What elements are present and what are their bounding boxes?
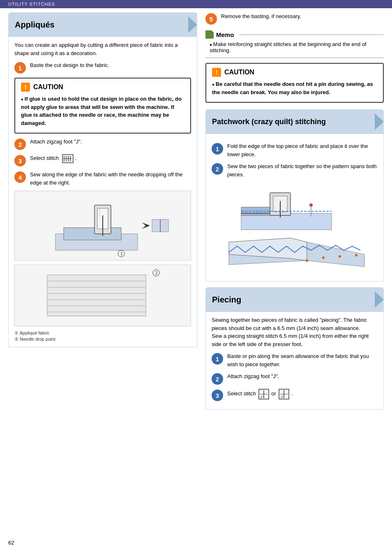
appliques-intro: You can create an appliqué by cutting a … bbox=[14, 41, 191, 57]
caution-box-1: ! CAUTION If glue is used to hold the cu… bbox=[14, 78, 191, 134]
svg-point-40 bbox=[322, 256, 325, 259]
top-bar: UTILITY STITCHES bbox=[0, 0, 392, 8]
piecing-step-1: 1 Baste or pin along the seam allowance … bbox=[212, 352, 378, 368]
caution-text-1: If glue is used to hold the cut design i… bbox=[21, 95, 184, 127]
step-2-text: Attach zigzag foot "J". bbox=[30, 138, 82, 146]
step-5: 5 Remove the basting, if necessary. bbox=[205, 12, 384, 25]
striped-fabric-illustration: 2 bbox=[14, 265, 191, 326]
svg-point-41 bbox=[339, 255, 341, 258]
step-3-text: Select stitch . bbox=[30, 154, 76, 163]
memo-box: Memo Make reinforcing straight stitches … bbox=[205, 30, 384, 58]
left-column: Appliqués You can create an appliqué by … bbox=[8, 12, 197, 416]
memo-item-0: Make reinforcing straight stitches at th… bbox=[210, 41, 384, 53]
patchwork-step-2-text: Sew the two pieces of fabric together so… bbox=[227, 162, 378, 178]
appliques-step-1: 1 Baste the cut design to the fabric. bbox=[14, 61, 191, 74]
patchwork-step-1-text: Fold the edge of the top piece of fabric… bbox=[227, 142, 378, 158]
captions: ① Appliqué fabric ② Needle drop point bbox=[14, 330, 191, 342]
caution-title-2: ! CAUTION bbox=[212, 68, 377, 77]
piecing-arrow bbox=[375, 291, 384, 308]
svg-rect-28 bbox=[241, 213, 332, 230]
patchwork-step-1: 1 Fold the edge of the top piece of fabr… bbox=[212, 142, 378, 158]
appliques-title: Appliqués bbox=[15, 20, 55, 30]
caution-box-2: ! CAUTION Be careful that the needle doe… bbox=[205, 63, 384, 103]
svg-text:2: 2 bbox=[155, 271, 158, 275]
piecing-step-2-text: Attach zigzag foot "J". bbox=[227, 372, 279, 381]
piecing-step-1-text: Baste or pin along the seam allowance of… bbox=[227, 352, 378, 368]
patchwork-step-1-circle: 1 bbox=[212, 143, 223, 155]
appliques-step-4: 4 Sew along the edge of the fabric with … bbox=[14, 171, 191, 187]
svg-rect-7 bbox=[64, 228, 121, 240]
caution-label-2: CAUTION bbox=[224, 69, 254, 76]
appliques-step-2: 2 Attach zigzag foot "J". bbox=[14, 138, 191, 150]
step-4-circle: 4 bbox=[14, 171, 26, 183]
striped-fabric-svg: 2 bbox=[31, 267, 175, 324]
caution-item-1-0: If glue is used to hold the cut design i… bbox=[21, 95, 184, 127]
piecing-body: Sewing together two pieces of fabric is … bbox=[205, 312, 384, 410]
page-number: 62 bbox=[8, 540, 14, 546]
memo-icon bbox=[205, 30, 214, 39]
step-1-text: Baste the cut design to the fabric. bbox=[30, 61, 109, 69]
patchwork-step-2: 2 Sew the two pieces of fabric together … bbox=[212, 162, 378, 178]
memo-text: Make reinforcing straight stitches at th… bbox=[205, 41, 384, 53]
memo-title: Memo bbox=[205, 30, 384, 39]
piecing-step-1-circle: 1 bbox=[212, 353, 223, 365]
section-arrow bbox=[188, 16, 197, 33]
caption-1: ① Appliqué fabric bbox=[14, 330, 191, 336]
appliques-step-3: 3 Select stitch . bbox=[14, 154, 191, 166]
svg-text:|P: |P bbox=[281, 396, 284, 399]
svg-point-42 bbox=[355, 254, 357, 256]
sewing-machine-illustration: 1 bbox=[14, 191, 191, 261]
step-5-text: Remove the basting, if necessary. bbox=[221, 12, 301, 21]
svg-point-39 bbox=[306, 259, 308, 262]
patchwork-step-2-circle: 2 bbox=[212, 163, 223, 175]
piecing-step-2: 2 Attach zigzag foot "J". bbox=[212, 372, 378, 385]
piecing-step-2-circle: 2 bbox=[212, 373, 223, 385]
stitch-icon-applique bbox=[62, 154, 74, 163]
svg-marker-12 bbox=[134, 222, 150, 229]
piecing-step-3-circle: 3 bbox=[212, 390, 223, 401]
caution-item-2-0: Be careful that the needle does not hit … bbox=[212, 80, 377, 96]
patchwork-arrow bbox=[375, 113, 384, 130]
caution-text-2: Be careful that the needle does not hit … bbox=[212, 80, 377, 96]
top-bar-label: UTILITY STITCHES bbox=[8, 2, 55, 7]
step-2-circle: 2 bbox=[14, 138, 26, 150]
piecing-stitch-icon-2: |P bbox=[279, 389, 289, 399]
step-3-circle: 3 bbox=[14, 155, 26, 166]
svg-text:1: 1 bbox=[120, 252, 123, 256]
piecing-header: Piecing bbox=[205, 287, 384, 312]
page: { "topBar": { "label": "UTILITY STITCHES… bbox=[0, 0, 392, 554]
piecing-title: Piecing bbox=[212, 295, 241, 305]
patchwork-header: Patchwork (crazy quilt) stitching bbox=[205, 109, 384, 134]
patchwork-body: 1 Fold the edge of the top piece of fabr… bbox=[205, 134, 384, 282]
piecing-stitch-icon-1: |P bbox=[258, 389, 269, 399]
step-1-circle: 1 bbox=[14, 62, 26, 74]
piecing-step-3-text: Select stitch |P or bbox=[227, 389, 293, 399]
piecing-step-3: 3 Select stitch |P or bbox=[212, 389, 378, 401]
appliques-header: Appliqués bbox=[8, 12, 197, 37]
patchwork-title: Patchwork (crazy quilt) stitching bbox=[212, 118, 326, 126]
step-4-text: Sew along the edge of the fabric with th… bbox=[30, 171, 191, 187]
applique-sewing-svg: 1 bbox=[31, 193, 175, 259]
step-5-circle: 5 bbox=[205, 13, 217, 25]
caption-2: ② Needle drop point bbox=[14, 337, 191, 342]
piecing-intro: Sewing together two pieces of fabric is … bbox=[212, 316, 378, 348]
patchwork-svg bbox=[217, 185, 373, 271]
caution-label-1: CAUTION bbox=[33, 83, 63, 91]
caution-title-1: ! CAUTION bbox=[21, 83, 184, 92]
svg-marker-27 bbox=[211, 30, 214, 33]
warning-icon-1: ! bbox=[21, 83, 30, 92]
right-column: 5 Remove the basting, if necessary. Memo… bbox=[205, 12, 384, 416]
patchwork-illustration bbox=[212, 182, 378, 273]
svg-point-36 bbox=[309, 203, 313, 207]
svg-text:|P: |P bbox=[261, 396, 263, 399]
warning-icon-2: ! bbox=[212, 68, 221, 77]
appliques-body: You can create an appliqué by cutting a … bbox=[8, 37, 197, 347]
